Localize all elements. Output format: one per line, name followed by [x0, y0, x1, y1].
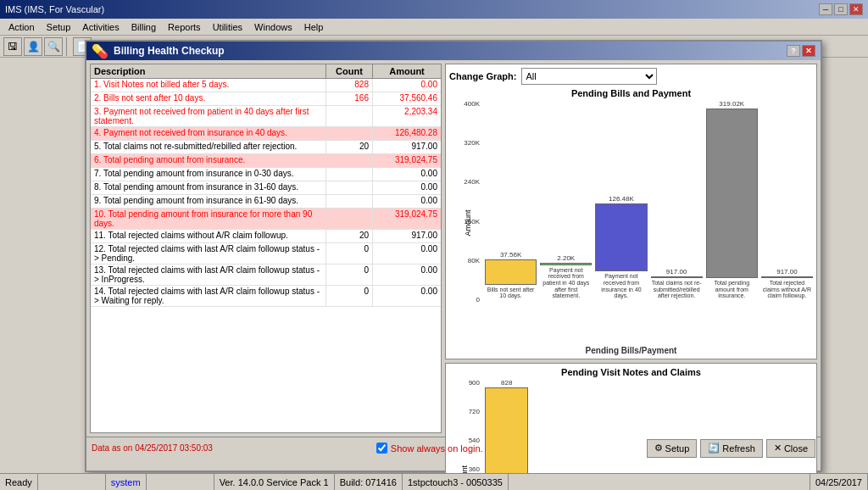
row-description: 8. Total pending amount from insurance i… — [91, 181, 326, 194]
dialog-content: Description Count Amount 1. Visit Notes … — [86, 60, 821, 437]
top-bars-container: 37.56KBills not sent after 10 days.2.20K… — [485, 100, 813, 299]
table-row[interactable]: 9. Total pending amount from insurance i… — [91, 195, 441, 209]
bar-value-label: 319.02K — [719, 100, 744, 108]
show-always-checkbox[interactable] — [376, 443, 387, 454]
dialog-help-button[interactable]: ? — [787, 45, 800, 57]
y-axis-tick: 360 — [469, 465, 480, 473]
change-graph-select[interactable]: All Pending Bills Claims — [521, 68, 657, 85]
billing-table: Description Count Amount 1. Visit Notes … — [90, 64, 442, 433]
row-description: 5. Total claims not re-submitted/rebille… — [91, 141, 326, 153]
menu-utilities[interactable]: Utilities — [208, 20, 248, 34]
table-row[interactable]: 7. Total pending amount from insurance i… — [91, 168, 441, 181]
y-axis-tick: 0 — [476, 296, 480, 303]
row-count — [326, 209, 373, 229]
row-count — [326, 127, 373, 140]
row-count: 20 — [326, 230, 373, 242]
minimize-button[interactable]: ─ — [819, 3, 832, 15]
row-count: 0 — [326, 286, 373, 306]
row-amount: 0.00 — [373, 264, 441, 285]
bar-value-label: 2.20K — [557, 254, 575, 262]
bar — [485, 259, 537, 285]
menu-setup[interactable]: Setup — [42, 20, 76, 34]
status-build: Build: 071416 — [335, 474, 403, 490]
status-date: 04/25/2017 — [810, 474, 868, 490]
row-amount: 37,560.46 — [373, 92, 441, 105]
table-row[interactable]: 1. Visit Notes not billed after 5 days.8… — [91, 79, 441, 92]
row-amount: 319,024.75 — [373, 154, 441, 167]
restore-button[interactable]: □ — [834, 3, 848, 15]
table-row[interactable]: 2. Bills not sent after 10 days.16637,56… — [91, 92, 441, 106]
bar-value-label: 917.00 — [666, 268, 687, 276]
bar — [651, 276, 703, 278]
bar-group: 917.00Total claims not re-submitted/rebi… — [651, 268, 703, 299]
menu-bar: Action Setup Activities Billing Reports … — [0, 19, 868, 36]
row-count: 828 — [326, 79, 373, 92]
y-axis-tick: 540 — [469, 437, 480, 444]
status-system: system — [106, 474, 147, 490]
row-description: 1. Visit Notes not billed after 5 days. — [91, 79, 326, 92]
bar-group: 37.56KBills not sent after 10 days. — [485, 251, 537, 299]
bar-group: 2.20KPayment not received from patient i… — [540, 254, 592, 299]
table-header: Description Count Amount — [91, 64, 441, 79]
row-amount: 917.00 — [373, 141, 441, 153]
y-axis-tick: 240K — [464, 178, 480, 186]
table-row[interactable]: 13. Total rejected claims with last A/R … — [91, 264, 441, 286]
row-description: 14. Total rejected claims with last A/R … — [91, 286, 326, 306]
status-version: Ver. 14.0.0 Service Pack 1 — [214, 474, 335, 490]
y-axis-tick: 720 — [469, 408, 480, 415]
status-empty3 — [509, 474, 810, 490]
bottom-chart-panel: Pending Visit Notes and Claims 900720540… — [445, 363, 817, 490]
dialog-close-button[interactable]: ✕ — [802, 45, 815, 57]
row-amount: 0.00 — [373, 79, 441, 92]
right-panel: Change Graph: All Pending Bills Claims P… — [445, 64, 817, 433]
change-graph-row: Change Graph: All Pending Bills Claims — [449, 68, 813, 85]
row-count: 166 — [326, 92, 373, 105]
menu-reports[interactable]: Reports — [163, 20, 206, 34]
row-amount: 0.00 — [373, 195, 441, 208]
row-count — [326, 181, 373, 194]
bar-label: Total claims not re-submitted/rebilled a… — [651, 280, 703, 299]
row-description: 7. Total pending amount from insurance i… — [91, 168, 326, 181]
row-description: 10. Total pending amount from insurance … — [91, 209, 326, 229]
close-window-button[interactable]: ✕ — [849, 3, 863, 15]
table-row[interactable]: 12. Total rejected claims with last A/R … — [91, 243, 441, 264]
table-body: 1. Visit Notes not billed after 5 days.8… — [91, 79, 441, 432]
bar — [540, 263, 592, 265]
bar — [595, 203, 647, 271]
status-empty2 — [147, 474, 214, 490]
table-row[interactable]: 11. Total rejected claims without A/R cl… — [91, 230, 441, 243]
table-row[interactable]: 6. Total pending amount from insurance.3… — [91, 154, 441, 168]
dialog-title-bar: 💊 Billing Health Checkup ? ✕ — [86, 42, 821, 60]
menu-action[interactable]: Action — [3, 20, 40, 34]
menu-help[interactable]: Help — [299, 20, 329, 34]
row-count: 0 — [326, 264, 373, 285]
table-row[interactable]: 5. Total claims not re-submitted/rebille… — [91, 141, 441, 154]
row-description: 3. Payment not received from patient in … — [91, 106, 326, 126]
row-description: 13. Total rejected claims with last A/R … — [91, 264, 326, 285]
top-y-axis: 400K320K240K160K80K0 — [449, 100, 481, 303]
row-description: 6. Total pending amount from insurance. — [91, 154, 326, 167]
bar-label: Payment not received from insurance in 4… — [595, 273, 647, 299]
menu-billing[interactable]: Billing — [126, 20, 161, 34]
row-amount: 2,203.34 — [373, 106, 441, 126]
table-row[interactable]: 4. Payment not received from insurance i… — [91, 127, 441, 141]
change-graph-label: Change Graph: — [449, 71, 516, 81]
y-axis-tick: 320K — [464, 139, 480, 147]
table-row[interactable]: 8. Total pending amount from insurance i… — [91, 181, 441, 195]
top-chart-title: Pending Bills and Payment — [449, 88, 813, 98]
menu-windows[interactable]: Windows — [249, 20, 298, 34]
row-description: 11. Total rejected claims without A/R cl… — [91, 230, 326, 242]
bar-label: Total rejected claims without A/R claim … — [761, 280, 813, 299]
row-description: 9. Total pending amount from insurance i… — [91, 195, 326, 208]
status-empty1 — [38, 474, 106, 490]
menu-activities[interactable]: Activities — [77, 20, 124, 34]
table-row[interactable]: 14. Total rejected claims with last A/R … — [91, 286, 441, 307]
table-row[interactable]: 3. Payment not received from patient in … — [91, 106, 441, 127]
bar-label: Bills not sent after 10 days. — [485, 287, 537, 299]
top-y-axis-label: Amount — [464, 210, 472, 237]
modal-overlay: 💊 Billing Health Checkup ? ✕ Description… — [0, 36, 868, 473]
table-row[interactable]: 10. Total pending amount from insurance … — [91, 209, 441, 230]
bar-value-label: 917.00 — [776, 268, 797, 276]
bar-value-label: 37.56K — [500, 251, 521, 259]
bar-value-label: 126.48K — [609, 195, 634, 203]
